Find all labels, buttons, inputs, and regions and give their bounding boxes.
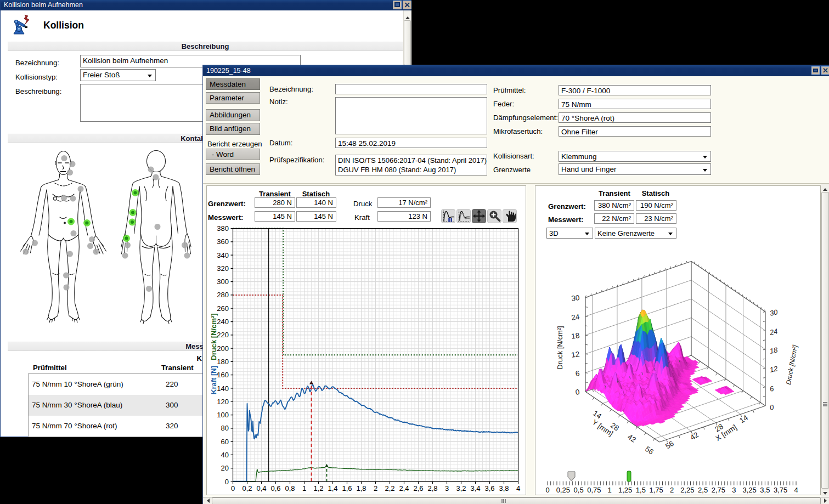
svg-text:2,5: 2,5 — [698, 486, 708, 494]
svg-text:56: 56 — [664, 439, 675, 451]
svg-text:12: 12 — [769, 364, 779, 374]
svg-text:180: 180 — [217, 358, 229, 366]
svg-text:0,25: 0,25 — [556, 486, 570, 494]
svg-text:1,2: 1,2 — [313, 484, 323, 492]
svg-text:1,8: 1,8 — [356, 484, 366, 492]
svg-text:100: 100 — [217, 411, 229, 419]
svg-text:0: 0 — [575, 388, 580, 397]
svg-text:40: 40 — [221, 451, 229, 459]
svg-text:4: 4 — [516, 484, 520, 492]
svg-text:0: 0 — [545, 486, 549, 494]
svg-text:1,75: 1,75 — [650, 486, 663, 494]
svg-text:140: 140 — [217, 384, 229, 393]
svg-text:2,2: 2,2 — [385, 484, 394, 492]
svg-text:1,25: 1,25 — [618, 486, 632, 494]
svg-text:0,6: 0,6 — [270, 484, 280, 492]
svg-text:3: 3 — [445, 484, 449, 492]
svg-text:2: 2 — [670, 486, 674, 494]
svg-text:1: 1 — [302, 484, 306, 492]
svg-text:6: 6 — [769, 384, 775, 393]
svg-text:0: 0 — [225, 478, 229, 486]
svg-text:0,75: 0,75 — [587, 486, 601, 494]
svg-text:80: 80 — [221, 424, 229, 432]
svg-text:0: 0 — [231, 484, 235, 492]
svg-text:2,25: 2,25 — [680, 486, 694, 494]
svg-text:1,6: 1,6 — [342, 484, 352, 492]
svg-text:42: 42 — [689, 431, 700, 442]
svg-text:220: 220 — [217, 331, 229, 339]
svg-text:3,6: 3,6 — [484, 484, 494, 492]
svg-text:24: 24 — [769, 327, 779, 337]
svg-text:200: 200 — [217, 344, 229, 353]
svg-text:3: 3 — [732, 486, 736, 494]
svg-text:18: 18 — [571, 331, 580, 341]
svg-text:3,8: 3,8 — [499, 484, 509, 492]
svg-text:2: 2 — [374, 484, 377, 492]
svg-text:Druck [N/cm²]: Druck [N/cm²] — [785, 344, 799, 385]
svg-text:Druck [N/cm²]: Druck [N/cm²] — [210, 313, 218, 360]
svg-text:12: 12 — [571, 350, 580, 359]
svg-text:160: 160 — [217, 371, 229, 379]
svg-text:30: 30 — [571, 293, 580, 303]
svg-text:18: 18 — [769, 346, 779, 355]
svg-text:56: 56 — [644, 445, 655, 456]
svg-text:3,5: 3,5 — [760, 486, 770, 494]
svg-text:0,4: 0,4 — [256, 484, 266, 492]
svg-text:1,5: 1,5 — [636, 486, 646, 494]
svg-text:0,8: 0,8 — [285, 484, 295, 492]
svg-text:320: 320 — [217, 264, 229, 273]
svg-text:240: 240 — [217, 318, 229, 326]
svg-text:340: 340 — [217, 251, 229, 259]
svg-text:0,5: 0,5 — [574, 486, 584, 494]
svg-text:20: 20 — [221, 464, 229, 472]
svg-text:3,2: 3,2 — [456, 484, 466, 492]
svg-text:42: 42 — [626, 433, 638, 444]
svg-text:Druck [N/cm²]: Druck [N/cm²] — [556, 326, 564, 369]
svg-text:260: 260 — [217, 304, 229, 313]
svg-text:0: 0 — [769, 403, 775, 412]
svg-text:6: 6 — [575, 369, 580, 378]
svg-text:2,6: 2,6 — [413, 484, 423, 492]
svg-text:2,8: 2,8 — [427, 484, 437, 492]
svg-text:Kraft [N]: Kraft [N] — [210, 366, 218, 394]
svg-text:3,25: 3,25 — [742, 486, 756, 494]
svg-text:120: 120 — [217, 398, 229, 406]
svg-text:380: 380 — [217, 224, 229, 233]
svg-text:1: 1 — [608, 486, 612, 494]
svg-text:24: 24 — [571, 313, 580, 322]
svg-text:4: 4 — [794, 486, 798, 494]
svg-text:3,75: 3,75 — [774, 486, 787, 494]
svg-text:14: 14 — [738, 414, 749, 425]
svg-text:1,4: 1,4 — [328, 484, 337, 492]
svg-text:280: 280 — [217, 291, 229, 299]
svg-text:2,4: 2,4 — [399, 484, 409, 492]
svg-text:0,2: 0,2 — [242, 484, 252, 492]
svg-text:2,75: 2,75 — [712, 486, 725, 494]
svg-text:3,4: 3,4 — [470, 484, 480, 492]
svg-text:360: 360 — [217, 237, 229, 246]
svg-text:60: 60 — [221, 438, 229, 446]
svg-text:300: 300 — [217, 278, 229, 286]
svg-text:30: 30 — [769, 308, 779, 318]
